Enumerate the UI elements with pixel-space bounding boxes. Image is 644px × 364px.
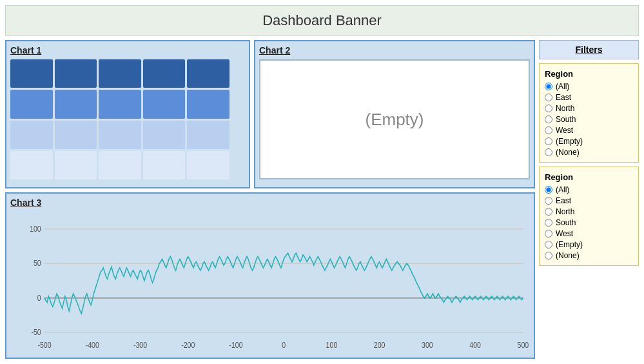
grid-cell <box>143 151 186 179</box>
filter-label-south-2: South <box>556 218 576 227</box>
filter-radio-all-2[interactable] <box>545 186 552 194</box>
filter-label-south-1: South <box>556 115 576 124</box>
filter-radio-west-2[interactable] <box>545 230 552 238</box>
filter-label-empty-2: (Empty) <box>556 240 583 249</box>
grid-cell <box>99 59 141 88</box>
filter-label-north-2: North <box>556 207 574 216</box>
filter-option-south-1[interactable]: South <box>545 115 633 124</box>
filter-group-1: Region (All) East North South <box>539 63 639 163</box>
filter-radio-empty-2[interactable] <box>545 241 552 248</box>
filter-radio-south-2[interactable] <box>545 219 552 227</box>
charts-column: Chart 1 <box>5 40 535 359</box>
top-charts-row: Chart 1 <box>5 40 535 188</box>
filter-option-empty-2[interactable]: (Empty) <box>545 240 633 249</box>
filter-label-all-1: (All) <box>556 82 569 91</box>
svg-text:200: 200 <box>374 340 385 350</box>
grid-cell <box>10 121 53 149</box>
chart1-box: Chart 1 <box>5 40 250 188</box>
filter-radio-south-1[interactable] <box>545 116 552 123</box>
svg-text:100: 100 <box>326 340 338 350</box>
filter-radio-east-1[interactable] <box>545 94 552 101</box>
grid-cell <box>187 59 229 88</box>
svg-text:0: 0 <box>282 340 286 350</box>
chart2-empty-area: (Empty) <box>259 59 530 179</box>
grid-cell <box>143 90 186 118</box>
filter-group-1-title: Region <box>545 69 633 79</box>
grid-cell <box>143 121 186 149</box>
filter-label-none-1: (None) <box>556 148 580 157</box>
grid-cell <box>10 59 53 88</box>
chart2-empty-label: (Empty) <box>366 110 424 130</box>
grid-cell <box>99 151 141 179</box>
svg-text:50: 50 <box>34 258 41 268</box>
filter-radio-none-1[interactable] <box>545 148 552 156</box>
filter-label-west-2: West <box>556 229 573 238</box>
filter-option-east-2[interactable]: East <box>545 196 633 205</box>
grid-cell <box>99 90 141 118</box>
filter-option-north-2[interactable]: North <box>545 207 633 216</box>
chart1-title: Chart 1 <box>10 45 245 56</box>
grid-cell <box>55 59 97 88</box>
grid-cell <box>187 151 229 179</box>
filter-label-none-2: (None) <box>556 251 580 260</box>
grid-cell <box>10 151 53 179</box>
filter-option-all-2[interactable]: (All) <box>545 185 633 194</box>
chart3-line <box>44 253 523 314</box>
filter-option-west-1[interactable]: West <box>545 126 633 135</box>
filter-option-west-2[interactable]: West <box>545 229 633 238</box>
chart3-title: Chart 3 <box>10 197 530 208</box>
svg-text:500: 500 <box>518 340 529 350</box>
filter-radio-west-1[interactable] <box>545 126 552 134</box>
grid-cell <box>143 59 186 88</box>
filter-group-2-title: Region <box>545 172 633 182</box>
filter-label-empty-1: (Empty) <box>556 137 583 146</box>
grid-cell <box>187 90 229 118</box>
grid-cell <box>99 121 141 149</box>
chart2-title: Chart 2 <box>259 45 530 56</box>
chart3-svg: 100 50 0 -50 -500 -400 -300 -200 -100 0 <box>10 212 530 350</box>
filter-label-east-1: East <box>556 93 571 102</box>
svg-text:400: 400 <box>469 340 481 350</box>
filter-radio-empty-1[interactable] <box>545 137 552 145</box>
filter-radio-east-2[interactable] <box>545 197 552 205</box>
svg-text:-300: -300 <box>133 340 147 350</box>
filter-option-south-2[interactable]: South <box>545 218 633 227</box>
grid-cell <box>187 121 229 149</box>
filter-option-all-1[interactable]: (All) <box>545 82 633 91</box>
svg-text:100: 100 <box>30 224 41 234</box>
filter-group-2: Region (All) East North South <box>539 167 639 266</box>
filter-option-east-1[interactable]: East <box>545 93 633 102</box>
filter-radio-north-1[interactable] <box>545 105 552 112</box>
grid-cell <box>55 90 97 118</box>
filters-title: Filters <box>539 40 639 59</box>
svg-text:0: 0 <box>37 293 41 303</box>
chart3-inner: 100 50 0 -50 -500 -400 -300 -200 -100 0 <box>10 212 530 350</box>
svg-text:-500: -500 <box>37 340 51 350</box>
grid-cell <box>10 90 53 118</box>
svg-text:-50: -50 <box>31 327 41 338</box>
grid-cell <box>55 151 97 179</box>
filter-option-none-2[interactable]: (None) <box>545 251 633 260</box>
filters-panel: Filters Region (All) East North <box>539 40 639 359</box>
filter-label-north-1: North <box>556 104 574 113</box>
filter-label-all-2: (All) <box>556 185 569 194</box>
banner-title: Dashboard Banner <box>262 12 382 28</box>
filter-radio-north-2[interactable] <box>545 208 552 216</box>
filter-label-west-1: West <box>556 126 573 135</box>
filter-radio-none-2[interactable] <box>545 252 552 259</box>
filter-option-north-1[interactable]: North <box>545 104 633 113</box>
grid-cell <box>55 121 97 149</box>
svg-text:-100: -100 <box>229 340 242 350</box>
svg-text:-200: -200 <box>181 340 195 350</box>
chart3-box: Chart 3 100 50 0 -50 <box>5 192 535 359</box>
main-area: Chart 1 <box>5 40 639 359</box>
filter-radio-all-1[interactable] <box>545 83 552 90</box>
chart1-grid <box>10 59 229 179</box>
filter-label-east-2: East <box>556 196 571 205</box>
dashboard-container: Dashboard Banner Chart 1 <box>0 0 644 364</box>
filter-option-none-1[interactable]: (None) <box>545 148 633 157</box>
chart2-box: Chart 2 (Empty) <box>254 40 535 188</box>
svg-text:-400: -400 <box>86 340 99 350</box>
dashboard-banner: Dashboard Banner <box>5 5 639 36</box>
filter-option-empty-1[interactable]: (Empty) <box>545 137 633 146</box>
